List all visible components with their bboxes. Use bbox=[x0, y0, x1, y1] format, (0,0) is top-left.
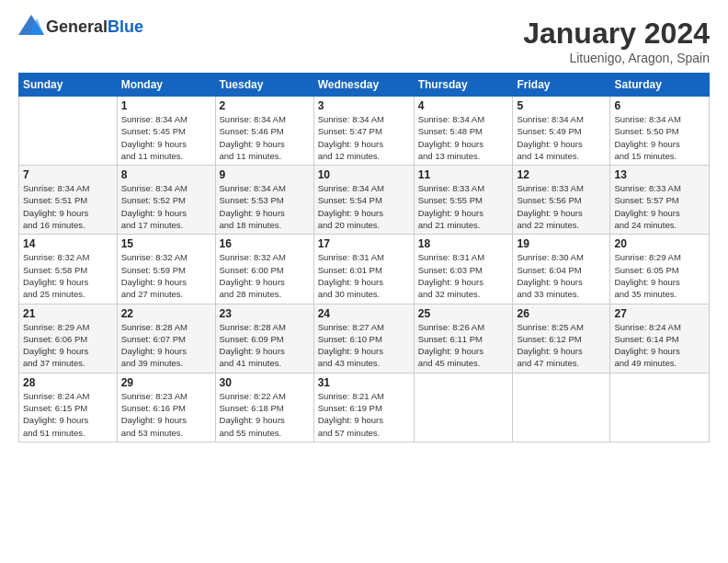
calendar-cell: 23Sunrise: 8:28 AM Sunset: 6:09 PM Dayli… bbox=[215, 304, 313, 373]
calendar-cell: 12Sunrise: 8:33 AM Sunset: 5:56 PM Dayli… bbox=[513, 166, 610, 235]
weekday-header: Saturday bbox=[610, 74, 710, 97]
calendar-cell: 18Sunrise: 8:31 AM Sunset: 6:03 PM Dayli… bbox=[414, 235, 513, 304]
weekday-header: Monday bbox=[117, 74, 215, 97]
day-info: Sunrise: 8:21 AM Sunset: 6:19 PM Dayligh… bbox=[318, 390, 410, 439]
calendar-cell: 7Sunrise: 8:34 AM Sunset: 5:51 PM Daylig… bbox=[19, 166, 118, 235]
day-info: Sunrise: 8:32 AM Sunset: 6:00 PM Dayligh… bbox=[220, 251, 310, 300]
calendar-cell: 2Sunrise: 8:34 AM Sunset: 5:46 PM Daylig… bbox=[215, 97, 313, 166]
weekday-header: Sunday bbox=[19, 74, 118, 97]
logo-general: General bbox=[46, 17, 108, 36]
calendar-week-row: 1Sunrise: 8:34 AM Sunset: 5:45 PM Daylig… bbox=[19, 97, 710, 166]
calendar-week-row: 28Sunrise: 8:24 AM Sunset: 6:15 PM Dayli… bbox=[19, 373, 710, 442]
day-number: 26 bbox=[517, 307, 606, 320]
day-info: Sunrise: 8:26 AM Sunset: 6:11 PM Dayligh… bbox=[418, 321, 509, 370]
calendar-cell: 3Sunrise: 8:34 AM Sunset: 5:47 PM Daylig… bbox=[313, 97, 414, 166]
day-info: Sunrise: 8:28 AM Sunset: 6:09 PM Dayligh… bbox=[220, 321, 310, 370]
day-number: 19 bbox=[517, 237, 606, 250]
weekday-header: Wednesday bbox=[313, 74, 414, 97]
calendar-week-row: 14Sunrise: 8:32 AM Sunset: 5:58 PM Dayli… bbox=[19, 235, 710, 304]
day-info: Sunrise: 8:33 AM Sunset: 5:55 PM Dayligh… bbox=[418, 182, 509, 231]
day-info: Sunrise: 8:29 AM Sunset: 6:05 PM Dayligh… bbox=[614, 251, 705, 300]
day-number: 15 bbox=[121, 237, 211, 250]
weekday-header-row: SundayMondayTuesdayWednesdayThursdayFrid… bbox=[19, 74, 710, 97]
day-info: Sunrise: 8:34 AM Sunset: 5:46 PM Dayligh… bbox=[220, 113, 310, 162]
day-number: 21 bbox=[23, 307, 113, 320]
day-number: 25 bbox=[418, 307, 509, 320]
calendar-table: SundayMondayTuesdayWednesdayThursdayFrid… bbox=[18, 73, 710, 442]
header: GeneralBlue January 2024 Lituenigo, Arag… bbox=[18, 17, 710, 65]
day-info: Sunrise: 8:28 AM Sunset: 6:07 PM Dayligh… bbox=[121, 321, 211, 370]
calendar-cell: 31Sunrise: 8:21 AM Sunset: 6:19 PM Dayli… bbox=[313, 373, 414, 442]
logo-blue: Blue bbox=[108, 17, 143, 36]
day-number: 28 bbox=[23, 376, 113, 389]
day-number: 22 bbox=[121, 307, 211, 320]
day-number: 31 bbox=[318, 376, 410, 389]
day-number: 7 bbox=[23, 168, 113, 181]
calendar-cell: 22Sunrise: 8:28 AM Sunset: 6:07 PM Dayli… bbox=[117, 304, 215, 373]
calendar-cell: 29Sunrise: 8:23 AM Sunset: 6:16 PM Dayli… bbox=[117, 373, 215, 442]
calendar-cell: 8Sunrise: 8:34 AM Sunset: 5:52 PM Daylig… bbox=[117, 166, 215, 235]
day-number: 5 bbox=[517, 99, 606, 112]
day-info: Sunrise: 8:24 AM Sunset: 6:15 PM Dayligh… bbox=[23, 390, 113, 439]
day-number: 8 bbox=[121, 168, 211, 181]
day-number: 10 bbox=[318, 168, 410, 181]
day-number: 4 bbox=[418, 99, 509, 112]
day-info: Sunrise: 8:23 AM Sunset: 6:16 PM Dayligh… bbox=[121, 390, 211, 439]
day-info: Sunrise: 8:31 AM Sunset: 6:03 PM Dayligh… bbox=[418, 251, 509, 300]
day-number: 9 bbox=[220, 168, 310, 181]
calendar-cell: 13Sunrise: 8:33 AM Sunset: 5:57 PM Dayli… bbox=[610, 166, 710, 235]
calendar-cell: 15Sunrise: 8:32 AM Sunset: 5:59 PM Dayli… bbox=[117, 235, 215, 304]
day-number: 20 bbox=[614, 237, 705, 250]
day-number: 16 bbox=[220, 237, 310, 250]
title-section: January 2024 Lituenigo, Aragon, Spain bbox=[523, 17, 710, 65]
day-number: 6 bbox=[614, 99, 705, 112]
day-info: Sunrise: 8:34 AM Sunset: 5:45 PM Dayligh… bbox=[121, 113, 211, 162]
day-info: Sunrise: 8:32 AM Sunset: 5:58 PM Dayligh… bbox=[23, 251, 113, 300]
calendar-cell: 14Sunrise: 8:32 AM Sunset: 5:58 PM Dayli… bbox=[19, 235, 118, 304]
day-info: Sunrise: 8:30 AM Sunset: 6:04 PM Dayligh… bbox=[517, 251, 606, 300]
day-info: Sunrise: 8:33 AM Sunset: 5:57 PM Dayligh… bbox=[614, 182, 705, 231]
day-number: 1 bbox=[121, 99, 211, 112]
day-number: 2 bbox=[220, 99, 310, 112]
calendar-cell: 19Sunrise: 8:30 AM Sunset: 6:04 PM Dayli… bbox=[513, 235, 610, 304]
logo-text: GeneralBlue bbox=[46, 17, 143, 37]
day-info: Sunrise: 8:32 AM Sunset: 5:59 PM Dayligh… bbox=[121, 251, 211, 300]
calendar-week-row: 21Sunrise: 8:29 AM Sunset: 6:06 PM Dayli… bbox=[19, 304, 710, 373]
weekday-header: Tuesday bbox=[215, 74, 313, 97]
calendar-cell bbox=[610, 373, 710, 442]
page: GeneralBlue January 2024 Lituenigo, Arag… bbox=[0, 0, 728, 563]
calendar-cell: 25Sunrise: 8:26 AM Sunset: 6:11 PM Dayli… bbox=[414, 304, 513, 373]
calendar-cell: 26Sunrise: 8:25 AM Sunset: 6:12 PM Dayli… bbox=[513, 304, 610, 373]
day-number: 30 bbox=[220, 376, 310, 389]
day-number: 27 bbox=[614, 307, 705, 320]
calendar-cell: 1Sunrise: 8:34 AM Sunset: 5:45 PM Daylig… bbox=[117, 97, 215, 166]
calendar-cell: 17Sunrise: 8:31 AM Sunset: 6:01 PM Dayli… bbox=[313, 235, 414, 304]
location-title: Lituenigo, Aragon, Spain bbox=[523, 51, 710, 65]
logo-icon bbox=[18, 15, 44, 35]
day-info: Sunrise: 8:24 AM Sunset: 6:14 PM Dayligh… bbox=[614, 321, 705, 370]
day-number: 11 bbox=[418, 168, 509, 181]
day-info: Sunrise: 8:25 AM Sunset: 6:12 PM Dayligh… bbox=[517, 321, 606, 370]
calendar-cell: 4Sunrise: 8:34 AM Sunset: 5:48 PM Daylig… bbox=[414, 97, 513, 166]
day-number: 18 bbox=[418, 237, 509, 250]
day-info: Sunrise: 8:34 AM Sunset: 5:51 PM Dayligh… bbox=[23, 182, 113, 231]
day-info: Sunrise: 8:34 AM Sunset: 5:49 PM Dayligh… bbox=[517, 113, 606, 162]
day-number: 17 bbox=[318, 237, 410, 250]
calendar-cell: 30Sunrise: 8:22 AM Sunset: 6:18 PM Dayli… bbox=[215, 373, 313, 442]
day-number: 24 bbox=[318, 307, 410, 320]
weekday-header: Thursday bbox=[414, 74, 513, 97]
day-number: 23 bbox=[220, 307, 310, 320]
calendar-cell: 21Sunrise: 8:29 AM Sunset: 6:06 PM Dayli… bbox=[19, 304, 118, 373]
day-info: Sunrise: 8:22 AM Sunset: 6:18 PM Dayligh… bbox=[220, 390, 310, 439]
day-number: 29 bbox=[121, 376, 211, 389]
day-info: Sunrise: 8:34 AM Sunset: 5:53 PM Dayligh… bbox=[220, 182, 310, 231]
calendar-cell: 11Sunrise: 8:33 AM Sunset: 5:55 PM Dayli… bbox=[414, 166, 513, 235]
calendar-cell bbox=[513, 373, 610, 442]
day-number: 14 bbox=[23, 237, 113, 250]
calendar-cell: 5Sunrise: 8:34 AM Sunset: 5:49 PM Daylig… bbox=[513, 97, 610, 166]
day-info: Sunrise: 8:34 AM Sunset: 5:47 PM Dayligh… bbox=[318, 113, 410, 162]
day-number: 13 bbox=[614, 168, 705, 181]
calendar-cell: 24Sunrise: 8:27 AM Sunset: 6:10 PM Dayli… bbox=[313, 304, 414, 373]
day-info: Sunrise: 8:34 AM Sunset: 5:54 PM Dayligh… bbox=[318, 182, 410, 231]
day-info: Sunrise: 8:31 AM Sunset: 6:01 PM Dayligh… bbox=[318, 251, 410, 300]
